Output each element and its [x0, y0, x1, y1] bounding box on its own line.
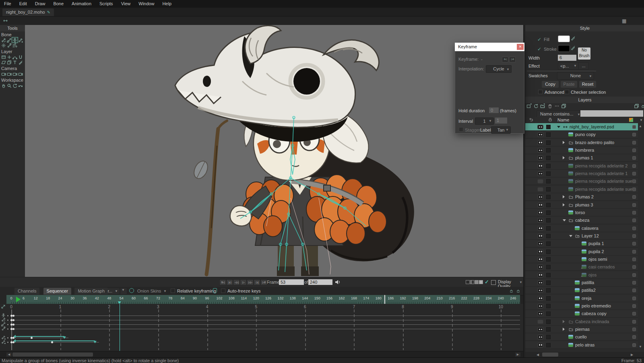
fill-eyedropper-icon[interactable] [570, 35, 576, 41]
layer-visible-icon[interactable] [537, 250, 543, 254]
layer-row[interactable]: calavera [525, 225, 638, 232]
layer-checkbox[interactable] [546, 218, 551, 223]
keyframe-dot[interactable] [51, 341, 53, 343]
quality-full-toggle[interactable] [479, 280, 483, 284]
layer-color-chip[interactable] [632, 297, 636, 300]
new-group-icon[interactable] [540, 103, 545, 109]
step-forward-button[interactable]: ▷▷ [247, 279, 254, 285]
layers-hscroll-right-icon[interactable]: ▶ [631, 353, 633, 357]
layer-row[interactable]: patilla2 [525, 287, 638, 294]
quality-preview-toggle[interactable] [475, 280, 479, 284]
expand-arrow-icon[interactable] [563, 328, 565, 331]
add-bone-tool-icon[interactable] [18, 37, 23, 43]
layer-hidden-icon[interactable] [537, 187, 543, 192]
canvas-viewport[interactable] [25, 25, 523, 277]
menu-animation[interactable]: Animation [68, 0, 95, 8]
menu-draw[interactable]: Draw [31, 0, 50, 8]
collapse-arrow-icon[interactable] [563, 219, 566, 221]
effect-dropdown[interactable]: <p...▼ [558, 62, 579, 70]
current-frame-line[interactable] [120, 304, 120, 351]
roll-camera-tool-icon[interactable] [12, 71, 18, 76]
layer-checkbox[interactable] [546, 210, 551, 215]
layer-checkbox[interactable] [546, 171, 551, 176]
menu-file[interactable]: File [0, 0, 15, 8]
loop-button[interactable]: ▷0 [260, 279, 267, 285]
layer-row[interactable]: +casi cerrados [525, 263, 638, 271]
layer-color-chip[interactable] [632, 273, 636, 277]
copy-style-button[interactable]: Copy [542, 81, 559, 88]
layer-checkbox[interactable] [546, 311, 551, 316]
layer-color-chip[interactable] [632, 195, 636, 199]
layer-checkbox[interactable] [546, 288, 551, 293]
menu-help[interactable]: Help [158, 0, 175, 8]
layer-checkbox[interactable] [546, 125, 551, 129]
bone-strength-tool-icon[interactable] [1, 43, 6, 48]
width-input[interactable]: 6 [558, 55, 576, 61]
layer-visible-icon[interactable] [537, 335, 543, 339]
layer-filter-input[interactable] [580, 110, 643, 117]
layers-hscroll-thumb[interactable] [542, 353, 558, 357]
interpolation-dropdown[interactable]: Cycle▼ [486, 65, 512, 73]
layer-visible-icon[interactable] [537, 226, 543, 231]
advanced-checkbox[interactable] [538, 90, 543, 94]
layer-visible-icon[interactable] [537, 164, 543, 168]
layer-checkbox[interactable] [546, 156, 551, 160]
layer-row[interactable]: cuello [525, 333, 638, 341]
quality-wireframe-toggle[interactable] [466, 280, 470, 284]
layer-row[interactable]: pupila 1 [525, 240, 638, 248]
layer-visible-icon[interactable] [537, 327, 543, 332]
layer-color-chip[interactable] [632, 133, 636, 136]
keyframe-dot[interactable] [12, 319, 14, 321]
layer-row[interactable]: cabeza [525, 217, 638, 224]
layer-visible-icon[interactable] [537, 273, 543, 277]
layer-more-icon[interactable] [554, 103, 559, 109]
layer-checkbox[interactable] [546, 296, 551, 301]
layer-row[interactable]: pierna recogida adelante 2 [525, 162, 638, 170]
layer-color-chip[interactable] [632, 156, 636, 160]
prev-keyframe-icon[interactable]: 0◁ [502, 57, 508, 62]
interval-dropdown[interactable]: 1▼ [475, 118, 494, 125]
layer-color-chip[interactable] [632, 328, 636, 331]
timeline-collapse-all-icon[interactable] [516, 288, 521, 294]
cycle-interpolation-bar[interactable] [15, 340, 95, 341]
layer-color-chip[interactable] [632, 234, 636, 238]
layer-color-chip[interactable] [632, 219, 636, 222]
layers-hscroll-left-icon[interactable]: ◀ [537, 353, 539, 357]
layer-visible-icon[interactable] [537, 288, 543, 293]
quality-check-icon[interactable]: ✓ [485, 279, 489, 285]
layer-color-chip[interactable] [632, 289, 636, 292]
timeline-tracks[interactable]: 012345678910 [0, 304, 523, 351]
layer-visible-icon[interactable] [537, 257, 543, 262]
onion-skins-arrow-icon[interactable]: ▼ [163, 289, 167, 293]
layer-checkbox[interactable] [546, 257, 551, 262]
layer-color-chip[interactable] [632, 203, 636, 207]
next-keyframe-icon[interactable]: ▷0 [509, 57, 516, 62]
layer-checkbox[interactable] [546, 140, 551, 145]
auto-freeze-checkbox[interactable] [221, 289, 225, 293]
zoom-workspace-tool-icon[interactable] [6, 83, 12, 88]
duplicate-layer-icon[interactable] [533, 103, 539, 109]
layer-row[interactable]: pierna recogida adelante 1 [525, 170, 638, 177]
layer-visible-icon[interactable] [537, 265, 543, 269]
channel-icon-3[interactable] [1, 326, 6, 332]
layer-checkbox[interactable] [546, 327, 551, 332]
layer-color-chip[interactable] [632, 250, 636, 254]
magnet-tool-icon[interactable] [18, 54, 23, 60]
keyframe-dot[interactable] [10, 324, 12, 326]
expand-arrow-icon[interactable] [563, 203, 565, 206]
layer-checkbox[interactable] [546, 148, 551, 153]
keyframe-dot[interactable] [31, 337, 33, 339]
layer-checkbox[interactable] [546, 179, 551, 184]
effect-more-button[interactable]: ... [578, 62, 589, 70]
onion-skins-label[interactable]: Onion Skins [137, 289, 161, 293]
layer-visible-icon[interactable] [537, 210, 543, 215]
pan-tilt-camera-tool-icon[interactable] [18, 71, 23, 76]
delete-layer-icon[interactable] [547, 103, 553, 109]
merge-layer-icon[interactable] [561, 103, 566, 109]
layer-checkbox[interactable] [546, 234, 551, 238]
play-start-marker[interactable] [16, 297, 21, 302]
layer-visible-icon[interactable] [537, 156, 543, 160]
layer-checkbox[interactable] [546, 335, 551, 339]
timeline-hscroll-left-icon[interactable]: ◀ [6, 353, 12, 357]
manipulate-bones-tool-icon[interactable] [12, 37, 18, 43]
